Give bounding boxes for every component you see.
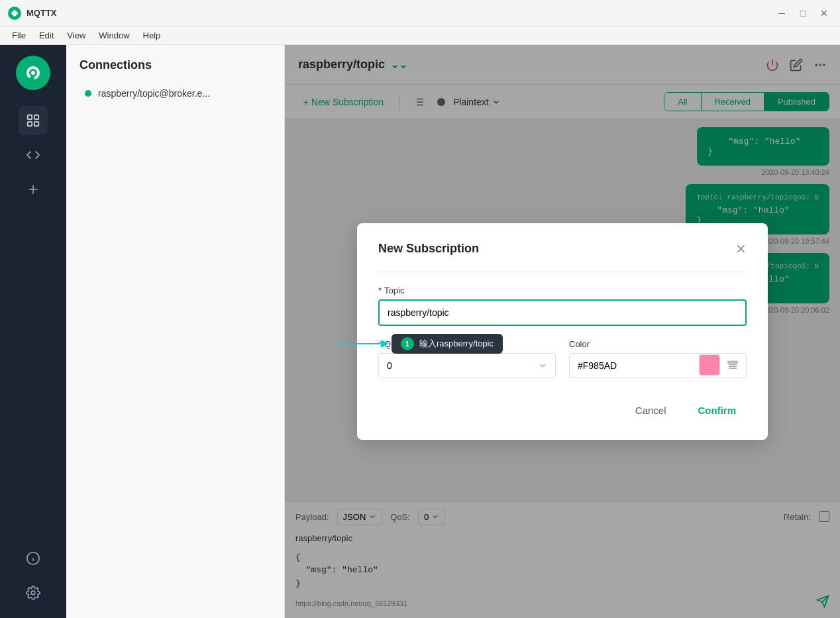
menu-view[interactable]: View (60, 29, 92, 42)
connection-status-dot (85, 90, 91, 97)
new-subscription-modal: New Subscription ✕ * Topic (357, 223, 768, 440)
connections-panel: Connections raspberry/topic@broker.e... (66, 45, 285, 618)
sidebar-settings-button[interactable] (19, 578, 48, 607)
cancel-button[interactable]: Cancel (625, 399, 677, 421)
svg-rect-3 (28, 122, 32, 126)
sidebar-scripts-button[interactable] (19, 140, 48, 170)
app-title: MQTTX (26, 8, 774, 18)
menu-file[interactable]: File (5, 29, 32, 42)
menubar: File Edit View Window Help (0, 26, 840, 45)
window-controls: ─ □ ✕ (774, 5, 832, 21)
hint-arrow-svg (339, 336, 392, 352)
confirm-button[interactable]: Confirm (688, 399, 747, 421)
app-layout: Connections raspberry/topic@broker.e... … (0, 45, 840, 618)
connection-name: raspberry/topic@broker.e... (98, 88, 210, 99)
svg-rect-2 (34, 115, 38, 119)
main-content: raspberry/topic ⌄⌄ (285, 45, 840, 618)
modal-close-button[interactable]: ✕ (735, 242, 747, 256)
sidebar-add-button[interactable] (19, 175, 48, 204)
color-label-text: Color (569, 339, 590, 349)
close-button[interactable]: ✕ (816, 5, 832, 21)
connections-header: Connections (66, 45, 284, 80)
menu-help[interactable]: Help (136, 29, 168, 42)
modal-title: New Subscription (378, 242, 479, 256)
sidebar-info-button[interactable] (19, 544, 48, 573)
sidebar-connections-button[interactable] (19, 106, 48, 135)
modal-header: New Subscription ✕ (378, 242, 747, 256)
modal-overlay[interactable]: New Subscription ✕ * Topic (285, 45, 840, 618)
hint-text: 输入raspberry/topic (419, 338, 494, 350)
connection-item[interactable]: raspberry/topic@broker.e... (72, 80, 279, 107)
svg-rect-4 (34, 122, 38, 126)
svg-point-0 (31, 71, 35, 75)
svg-point-10 (31, 591, 35, 595)
color-swatch (699, 354, 720, 376)
menu-window[interactable]: Window (92, 29, 136, 42)
maximize-button[interactable]: □ (795, 5, 811, 21)
topic-required: * (378, 285, 382, 295)
qos-modal-value: 0 (387, 360, 392, 371)
menu-edit[interactable]: Edit (32, 29, 60, 42)
sidebar (0, 45, 66, 618)
minimize-button[interactable]: ─ (774, 5, 790, 21)
color-form-label: Color (569, 339, 747, 349)
svg-rect-1 (28, 115, 32, 119)
hint-tooltip: 1 输入raspberry/topic (392, 334, 503, 354)
qos-modal-select[interactable]: 0 (378, 353, 556, 378)
sidebar-logo (16, 56, 50, 90)
app-logo (8, 7, 21, 20)
topic-input[interactable] (378, 299, 747, 326)
color-value: #F985AD (578, 360, 617, 371)
modal-divider (378, 272, 747, 272)
topic-label: * Topic (378, 285, 747, 295)
color-col: Color #F985AD (569, 339, 747, 378)
hint-badge: 1 (401, 337, 414, 350)
titlebar: MQTTX ─ □ ✕ (0, 0, 840, 26)
modal-actions: Cancel Confirm (378, 399, 747, 421)
